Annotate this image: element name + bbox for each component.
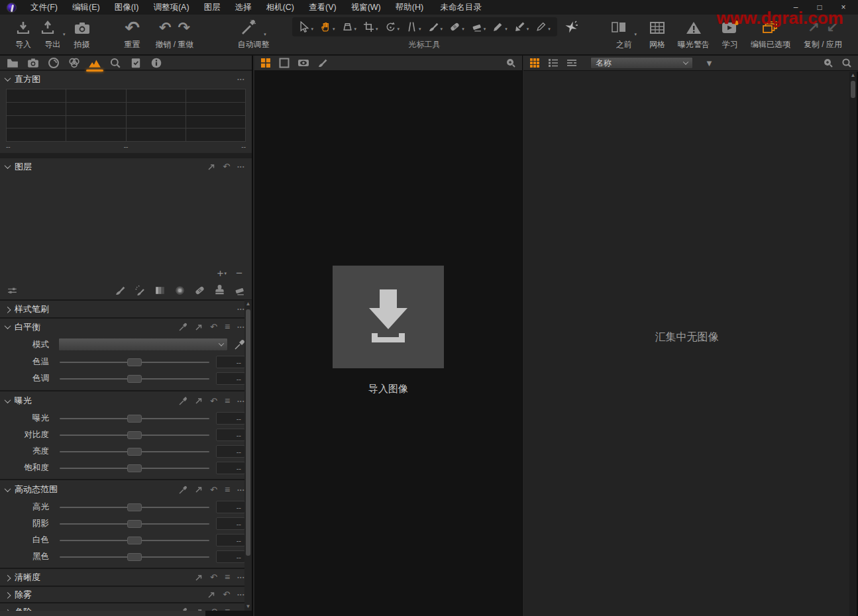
tab-metadata-icon[interactable]: [129, 56, 143, 70]
expand-panel-icon[interactable]: [207, 591, 215, 599]
collapse-chevron-icon[interactable]: [5, 307, 11, 313]
shadows-value[interactable]: --: [216, 517, 245, 530]
brush-tool[interactable]: ▾: [425, 19, 446, 34]
collapse-chevron-icon[interactable]: [5, 575, 11, 582]
wb-mode-select[interactable]: [58, 338, 228, 351]
collapse-chevron-icon[interactable]: [5, 486, 11, 492]
layer-radial-icon[interactable]: [174, 285, 186, 296]
layer-magic-brush-icon[interactable]: [134, 285, 146, 296]
maximize-button[interactable]: □: [810, 1, 829, 13]
copy-apply-button[interactable]: ↗ ↙ 复制 / 应用: [797, 17, 849, 52]
pick-white-balance-icon[interactable]: [179, 323, 188, 331]
auto-adjust-button[interactable]: ▾ 自动调整: [233, 17, 275, 52]
scrollbar-thumb[interactable]: [851, 81, 855, 98]
close-button[interactable]: ×: [834, 1, 853, 13]
more-options-icon[interactable]: •••: [237, 162, 245, 171]
brightness-value[interactable]: --: [216, 445, 245, 458]
menu-view[interactable]: 查看(V): [301, 0, 344, 15]
tab-details-icon[interactable]: [108, 56, 123, 70]
exposure-warning-button[interactable]: 曝光警告: [675, 17, 712, 52]
contrast-slider[interactable]: [58, 431, 211, 440]
hscrollbar-thumb[interactable]: [0, 611, 205, 616]
reset-panel-icon[interactable]: ↶: [223, 162, 230, 171]
collapse-chevron-icon[interactable]: [5, 592, 11, 599]
expand-panel-icon[interactable]: [195, 323, 203, 331]
eraser-tool[interactable]: ▾: [468, 19, 489, 34]
redo-icon[interactable]: ↷: [178, 21, 190, 35]
crop-tool[interactable]: ▾: [360, 19, 381, 34]
import-images-button[interactable]: [333, 266, 444, 368]
highlights-slider[interactable]: [58, 503, 211, 512]
menu-edit[interactable]: 编辑(E): [65, 0, 107, 15]
tab-capture-icon[interactable]: [26, 56, 40, 70]
scroll-down-icon[interactable]: ▼: [246, 603, 251, 611]
reset-button[interactable]: ↶ 重置: [119, 17, 146, 52]
exposure-value[interactable]: --: [216, 412, 245, 425]
thumbnail-zoom-icon[interactable]: [823, 58, 833, 68]
minimize-button[interactable]: –: [786, 1, 805, 13]
wb-eyedropper-icon[interactable]: [235, 339, 245, 350]
reset-panel-icon[interactable]: ↶: [210, 397, 217, 405]
learn-button[interactable]: 学习: [716, 17, 744, 52]
reset-panel-icon[interactable]: ↶: [210, 486, 217, 494]
capture-button[interactable]: 拍摄: [68, 17, 96, 52]
shadows-slider[interactable]: [58, 519, 211, 529]
edit-selected-button[interactable]: 编辑已选项: [748, 17, 793, 52]
reset-panel-icon[interactable]: ↶: [210, 573, 217, 582]
presets-menu-icon[interactable]: ≡: [225, 323, 230, 331]
presets-menu-icon[interactable]: ≡: [225, 573, 230, 582]
menu-image[interactable]: 图像(I): [107, 0, 146, 15]
temperature-value[interactable]: --: [216, 356, 245, 368]
list-view-icon[interactable]: [548, 58, 559, 68]
tint-slider[interactable]: [58, 374, 211, 384]
menu-camera[interactable]: 相机(C): [259, 0, 301, 15]
expand-panel-icon[interactable]: [195, 574, 203, 582]
layer-heal-icon[interactable]: [194, 285, 205, 296]
keystone-tool[interactable]: ▾: [403, 19, 424, 34]
blacks-slider[interactable]: [58, 552, 211, 562]
draw-mask-tool[interactable]: ▾: [490, 19, 510, 34]
collapse-chevron-icon[interactable]: [5, 323, 11, 329]
menu-help[interactable]: 帮助(H): [388, 0, 431, 15]
menu-layer[interactable]: 图层: [197, 0, 228, 15]
filter-icon[interactable]: ▼: [705, 58, 714, 68]
collapse-chevron-icon[interactable]: [5, 162, 11, 169]
gradient-mask-tool[interactable]: ▾: [511, 19, 532, 34]
sort-by-select[interactable]: 名称: [590, 57, 693, 69]
expand-panel-icon[interactable]: [195, 486, 203, 493]
layer-gradient-icon[interactable]: [154, 285, 166, 296]
whites-value[interactable]: --: [216, 534, 245, 546]
saturation-slider[interactable]: [58, 464, 211, 473]
remove-layer-button[interactable]: −: [236, 268, 242, 279]
annotate-brush-icon[interactable]: [317, 58, 328, 68]
menu-adjustments[interactable]: 调整项(A): [146, 0, 196, 15]
presets-menu-icon[interactable]: ≡: [225, 397, 230, 405]
before-after-button[interactable]: ▾ 之前: [608, 17, 639, 52]
presets-menu-icon[interactable]: ≡: [225, 486, 230, 494]
zoom-magnifier-icon[interactable]: [506, 58, 516, 68]
layer-clone-icon[interactable]: [214, 285, 225, 296]
linear-mask-tool[interactable]: ▾: [533, 19, 553, 34]
layer-opacity-icon[interactable]: [7, 285, 18, 296]
exposure-slider[interactable]: [58, 414, 211, 423]
tab-info-icon[interactable]: [149, 56, 164, 70]
contrast-value[interactable]: --: [216, 429, 245, 441]
auto-adjust-icon[interactable]: [179, 486, 188, 494]
search-icon[interactable]: [841, 58, 852, 68]
apply-icon[interactable]: ↙: [826, 21, 838, 35]
menu-window[interactable]: 视窗(W): [344, 0, 388, 15]
layer-brush-icon[interactable]: [115, 285, 126, 296]
undo-icon[interactable]: ↶: [159, 21, 171, 35]
tab-lens-icon[interactable]: [46, 56, 61, 70]
left-panel-hscrollbar[interactable]: [0, 611, 253, 616]
magic-sparkle-icon[interactable]: [564, 17, 578, 34]
whites-slider[interactable]: [58, 536, 211, 545]
single-view-icon[interactable]: [279, 58, 290, 68]
scrollbar-thumb[interactable]: [246, 309, 250, 556]
tab-library-icon[interactable]: [5, 56, 20, 70]
rotate-tool[interactable]: ▾: [382, 19, 403, 34]
select-tool[interactable]: ▾: [296, 19, 317, 34]
pan-hand-tool[interactable]: ▾: [317, 19, 338, 34]
copy-icon[interactable]: ↗: [808, 21, 820, 35]
menu-select[interactable]: 选择: [228, 0, 259, 15]
